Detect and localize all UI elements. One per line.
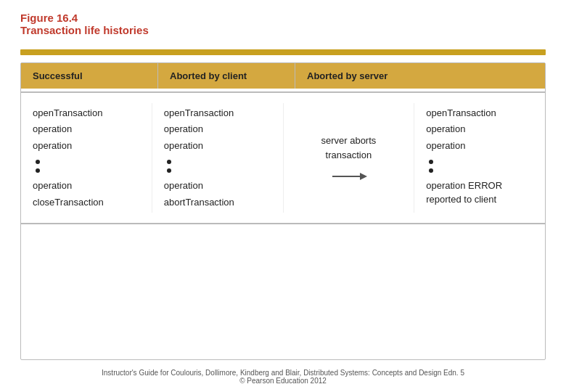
successful-open: openTransaction — [33, 106, 140, 121]
header-col2: Aborted by client — [158, 63, 295, 89]
client-open: openTransaction — [164, 106, 271, 121]
client-op2: operation — [164, 139, 271, 154]
successful-dots — [36, 158, 140, 174]
client-dots — [167, 158, 271, 174]
dot6 — [429, 168, 433, 173]
header-col1: Successful — [21, 63, 158, 89]
client-abort: abortTransaction — [164, 195, 271, 211]
server-open: openTransaction — [426, 106, 533, 121]
header-col3: Aborted by server — [295, 63, 545, 89]
col-server-aborts-label: server aborts transaction — [284, 103, 415, 213]
col-aborted-server: openTransaction operation operation oper… — [414, 103, 545, 213]
title-block: Figure 16.4 Transaction life histories — [20, 12, 546, 36]
server-op1: operation — [426, 122, 533, 137]
successful-op1: operation — [33, 122, 140, 137]
footer-line1: Instructor's Guide for Coulouris, Dollim… — [20, 369, 546, 377]
table-body: openTransaction operation operation oper… — [21, 96, 545, 221]
col-aborted-client: openTransaction operation operation oper… — [152, 103, 284, 213]
title-line1: Figure 16.4 — [20, 12, 546, 24]
server-op2: operation — [426, 139, 533, 154]
server-aborts-label1: server aborts — [321, 134, 376, 149]
successful-op3: operation — [33, 179, 140, 194]
dot2 — [36, 168, 40, 173]
gold-bar — [20, 49, 546, 55]
successful-close: closeTransaction — [33, 195, 140, 211]
arrow-icon — [332, 171, 367, 182]
main-table: Successful Aborted by client Aborted by … — [20, 62, 546, 360]
table-header: Successful Aborted by client Aborted by … — [21, 63, 545, 89]
dot1 — [36, 160, 40, 164]
col-successful: openTransaction operation operation oper… — [21, 103, 152, 213]
server-error: operation ERROR reported to client — [426, 179, 533, 207]
server-aborts-label2: transaction — [321, 148, 376, 163]
title-line2: Transaction life histories — [20, 24, 546, 36]
server-dots — [429, 158, 533, 174]
dot5 — [429, 160, 433, 164]
svg-marker-1 — [360, 173, 367, 180]
arrow-row — [329, 171, 367, 182]
client-op1: operation — [164, 122, 271, 137]
footer: Instructor's Guide for Coulouris, Dollim… — [20, 369, 546, 385]
dot3 — [167, 160, 171, 164]
successful-op2: operation — [33, 139, 140, 154]
footer-line2: © Pearson Education 2012 — [20, 377, 546, 385]
dot4 — [167, 168, 171, 173]
client-op3: operation — [164, 179, 271, 194]
